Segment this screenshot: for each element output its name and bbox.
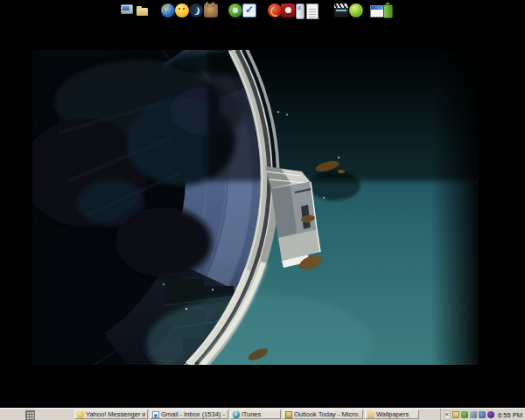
- browser-icon[interactable]: [161, 4, 175, 18]
- tray-blue-icon[interactable]: [479, 411, 486, 418]
- wallpaper-photo: [32, 50, 479, 365]
- taskbar-button-gmail[interactable]: Gmail - Inbox (1534) - ...: [150, 410, 228, 419]
- taskbar-button-wallpapers[interactable]: Wallpapers: [365, 410, 419, 419]
- ipod-icon[interactable]: [296, 4, 304, 19]
- gmail-page-icon: [152, 411, 159, 418]
- checkmark-icon[interactable]: [242, 4, 256, 18]
- apple-icon[interactable]: [281, 4, 295, 18]
- clock[interactable]: 6:55 PM: [496, 411, 522, 419]
- tray-purple-icon[interactable]: [487, 411, 494, 418]
- taskbar-button-outlook[interactable]: Outlook Today - Micro...: [283, 410, 363, 419]
- taskbar-button-yahoo-messenger[interactable]: Yahoo! Messenger wit...: [74, 410, 148, 419]
- grid-icon[interactable]: [25, 410, 35, 420]
- tray-calendar-icon[interactable]: [452, 411, 459, 418]
- yahoo-messenger-icon: [77, 411, 84, 418]
- taskbar-button-label: Wallpapers: [376, 410, 409, 418]
- folder-icon[interactable]: [136, 4, 150, 18]
- cleaner-icon[interactable]: [268, 4, 282, 18]
- tray-green-icon[interactable]: [461, 411, 468, 418]
- taskbar-button-itunes[interactable]: iTunes: [230, 410, 281, 419]
- emule-icon[interactable]: [204, 4, 218, 18]
- tray-network-icon[interactable]: [470, 411, 477, 418]
- taskbar-button-label: Outlook Today - Micro...: [294, 410, 360, 418]
- messenger-smiley-icon[interactable]: [175, 4, 189, 18]
- folder-icon: [368, 411, 374, 418]
- window-icon[interactable]: [370, 5, 384, 18]
- document-icon[interactable]: [306, 4, 318, 19]
- my-computer-icon[interactable]: [120, 4, 134, 18]
- outlook-icon: [285, 411, 292, 418]
- battery-icon[interactable]: [383, 4, 393, 18]
- taskbar: Yahoo! Messenger wit... Gmail - Inbox (1…: [0, 408, 525, 420]
- moon-icon[interactable]: [189, 4, 203, 18]
- itunes-icon: [233, 411, 240, 418]
- green-ball-icon[interactable]: [349, 4, 363, 18]
- chevron-expand-icon[interactable]: «: [444, 410, 451, 420]
- system-tray: « 6:55 PM: [440, 409, 525, 420]
- clapperboard-icon[interactable]: [334, 4, 348, 18]
- taskbar-button-label: Yahoo! Messenger wit...: [86, 410, 145, 418]
- disc-icon[interactable]: [228, 4, 242, 18]
- desktop: Yahoo! Messenger wit... Gmail - Inbox (1…: [0, 0, 525, 420]
- taskbar-button-label: iTunes: [242, 410, 261, 418]
- taskbar-button-label: Gmail - Inbox (1534) - ...: [161, 410, 226, 418]
- dock: [0, 0, 525, 23]
